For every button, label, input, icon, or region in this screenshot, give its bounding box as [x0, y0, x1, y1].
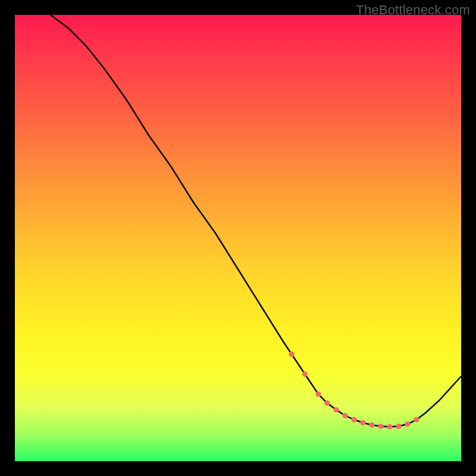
marker-dot — [378, 424, 383, 429]
marker-dot — [289, 351, 294, 356]
marker-dot — [342, 413, 347, 418]
marker-dot — [396, 424, 401, 429]
marker-dot — [302, 371, 308, 377]
marker-dot — [369, 422, 374, 428]
bottleneck-curve — [51, 15, 461, 427]
marker-dot — [333, 407, 339, 412]
marker-dot — [315, 392, 321, 397]
marker-dot — [405, 421, 410, 427]
bottleneck-curve-svg — [15, 15, 461, 461]
minimum-markers — [289, 351, 419, 429]
chart-frame: TheBottleneck.com — [0, 0, 476, 476]
marker-dot — [387, 424, 392, 430]
marker-dot — [414, 417, 419, 422]
plot-area — [15, 15, 461, 461]
marker-dot — [351, 417, 356, 422]
marker-dot — [360, 420, 365, 425]
marker-dot — [324, 400, 330, 406]
